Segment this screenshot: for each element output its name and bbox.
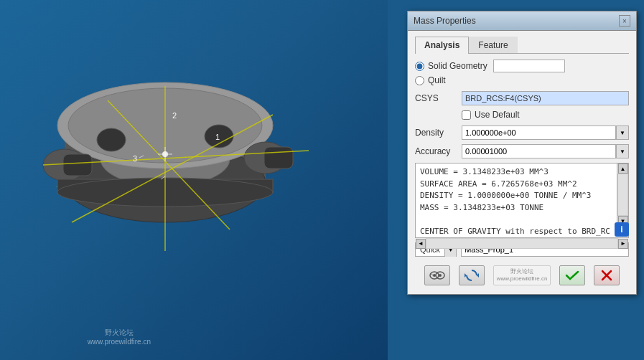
svg-point-24 [162, 151, 168, 157]
svg-point-4 [101, 116, 230, 171]
solid-geometry-row: Solid Geometry [415, 60, 629, 72]
svg-point-3 [65, 143, 266, 222]
scroll-track-h[interactable] [426, 238, 618, 249]
action-buttons-row: 野火论坛www.proewildfire.cn [415, 261, 629, 288]
svg-rect-13 [63, 154, 92, 176]
scroll-left-btn[interactable]: ◄ [416, 239, 426, 249]
results-scrollbar-horizontal[interactable]: ◄ ► [416, 237, 628, 249]
watermark: 野火论坛 www.proewildfire.cn [88, 328, 151, 346]
svg-line-18 [108, 100, 230, 229]
svg-point-32 [439, 274, 442, 277]
quilt-radio[interactable] [415, 76, 424, 85]
svg-text:1: 1 [215, 133, 220, 141]
svg-rect-15 [57, 179, 273, 192]
refresh-button[interactable] [459, 265, 485, 285]
svg-point-11 [97, 128, 126, 151]
results-container: VOLUME = 3.1348233e+03 MM^3 SURFACE AREA… [415, 163, 629, 238]
solid-geometry-radio[interactable] [415, 62, 424, 71]
svg-point-1 [65, 125, 266, 204]
dialog-titlebar: Mass Properties × [408, 11, 636, 31]
scroll-right-btn[interactable]: ► [618, 239, 628, 249]
svg-line-19 [72, 115, 273, 222]
ok-icon [565, 270, 579, 281]
result-line-2: SURFACE AREA = 6.7265768e+03 MM^2 [420, 179, 612, 191]
svg-line-33 [431, 273, 433, 275]
density-dropdown-wrapper: 1.000000e+00 ▼ [462, 125, 629, 140]
preview-button[interactable] [424, 265, 450, 285]
density-dropdown-btn[interactable]: ▼ [616, 125, 629, 140]
csys-input[interactable] [462, 91, 629, 105]
density-input[interactable]: 1.000000e+00 [462, 125, 616, 140]
svg-text:2: 2 [172, 111, 177, 120]
accuracy-label: Accuracy [415, 146, 462, 156]
csys-label: CSYS [415, 93, 462, 103]
svg-rect-5 [101, 116, 230, 159]
results-scrollbar-vertical[interactable]: ▲ ▼ [617, 164, 628, 226]
svg-line-28 [161, 176, 165, 179]
accuracy-input[interactable]: 0.00001000 [462, 144, 616, 158]
result-line-1: VOLUME = 3.1348233e+03 MM^3 [420, 166, 612, 179]
scroll-up-btn[interactable]: ▲ [618, 164, 628, 174]
result-line-5 [420, 214, 612, 226]
quilt-row: Quilt [415, 75, 629, 85]
use-default-row: Use Default [462, 110, 629, 120]
ok-button[interactable] [559, 265, 585, 285]
tab-analysis[interactable]: Analysis [415, 37, 469, 54]
svg-point-7 [57, 82, 273, 169]
svg-point-12 [205, 125, 233, 148]
density-label: Density [415, 128, 462, 138]
dialog-title: Mass Properties [414, 16, 476, 26]
svg-point-9 [43, 149, 86, 181]
csys-row: CSYS [415, 91, 629, 105]
scroll-track-v[interactable] [617, 174, 628, 216]
svg-point-8 [68, 88, 262, 163]
mass-properties-dialog: Mass Properties × Analysis Feature Solid… [407, 11, 637, 295]
accuracy-dropdown-btn[interactable]: ▼ [616, 144, 629, 158]
close-button[interactable]: × [619, 15, 630, 27]
svg-point-16 [57, 178, 273, 207]
info-icon[interactable]: i [615, 222, 629, 237]
tab-feature[interactable]: Feature [469, 37, 517, 53]
cad-viewport: 1 2 3 野火论坛 www.proewildfire.cn [0, 0, 388, 360]
solid-geometry-label: Solid Geometry [428, 61, 487, 71]
svg-marker-0 [57, 129, 273, 215]
svg-rect-2 [65, 125, 266, 183]
solid-geometry-input[interactable] [493, 60, 565, 72]
quilt-label: Quilt [428, 75, 446, 85]
results-text: VOLUME = 3.1348233e+03 MM^3 SURFACE AREA… [416, 164, 617, 237]
accuracy-row: Accuracy 0.00001000 ▼ [415, 144, 629, 158]
svg-text:3: 3 [133, 154, 137, 163]
geometry-type-group: Solid Geometry Quilt [415, 60, 629, 85]
svg-line-27 [139, 156, 144, 158]
result-line-4: MASS = 3.1348233e+03 TONNE [420, 202, 612, 214]
svg-point-6 [101, 132, 230, 186]
dialog-tabs: Analysis Feature [415, 37, 629, 54]
result-line-6: CENTER OF GRAVITY with respect to BRD_RC [420, 226, 612, 238]
density-row: Density 1.000000e+00 ▼ [415, 125, 629, 140]
preview-icon [429, 270, 445, 281]
svg-point-10 [244, 142, 287, 174]
accuracy-dropdown-wrapper: 0.00001000 ▼ [462, 144, 629, 158]
svg-line-17 [43, 151, 309, 165]
refresh-icon [465, 268, 479, 283]
dialog-body: Analysis Feature Solid Geometry Quilt CS… [408, 31, 636, 294]
cancel-button[interactable] [594, 265, 620, 285]
watermark-overlay: 野火论坛www.proewildfire.cn [493, 265, 551, 285]
cancel-icon [601, 270, 612, 281]
svg-rect-14 [264, 147, 293, 169]
use-default-checkbox[interactable] [462, 110, 471, 120]
result-line-3: DENSITY = 1.0000000e+00 TONNE / MM^3 [420, 190, 612, 202]
use-default-label: Use Default [475, 110, 520, 120]
